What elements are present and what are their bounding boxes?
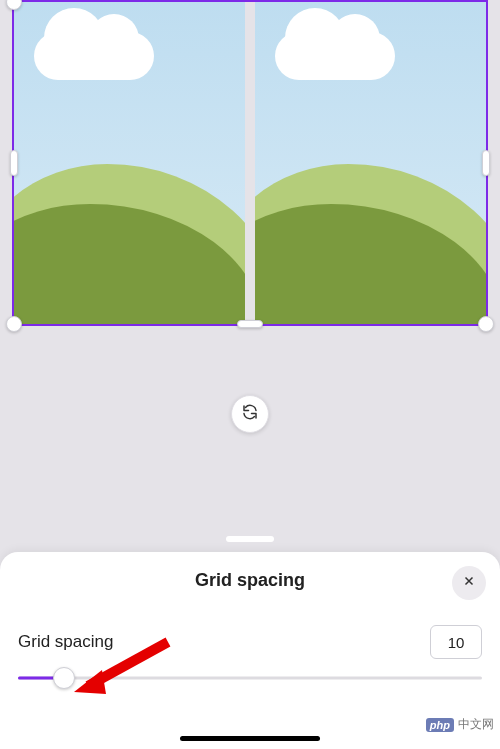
resize-handle-bottom-right[interactable] (478, 316, 494, 332)
resize-handle-bottom-left[interactable] (6, 316, 22, 332)
canvas-area[interactable] (12, 0, 488, 326)
sheet-title: Grid spacing (18, 570, 482, 591)
cloud-shape (34, 32, 154, 80)
grid-spacing-control: Grid spacing 10 (18, 625, 482, 659)
resize-handle-left[interactable] (10, 150, 18, 176)
grid-spacing-value-input[interactable]: 10 (430, 625, 482, 659)
resize-handle-bottom[interactable] (237, 320, 263, 328)
close-button[interactable] (452, 566, 486, 600)
grid-spacing-slider[interactable] (18, 663, 482, 693)
slider-thumb[interactable] (53, 667, 75, 689)
watermark-text: 中文网 (458, 716, 494, 733)
control-label: Grid spacing (18, 632, 113, 652)
home-indicator (180, 736, 320, 741)
slider-track (18, 677, 482, 680)
swap-button[interactable] (231, 395, 269, 433)
sheet-header: Grid spacing (18, 570, 482, 591)
watermark-badge: php (426, 718, 454, 732)
close-icon (462, 574, 476, 592)
image-grid-selection[interactable] (12, 0, 488, 326)
refresh-icon (241, 403, 259, 425)
resize-handle-right[interactable] (482, 150, 490, 176)
watermark: php 中文网 (426, 716, 494, 733)
sheet-drag-handle[interactable] (226, 536, 274, 542)
grid-cell[interactable] (14, 2, 245, 324)
cloud-shape (275, 32, 395, 80)
grid-cell[interactable] (255, 2, 486, 324)
